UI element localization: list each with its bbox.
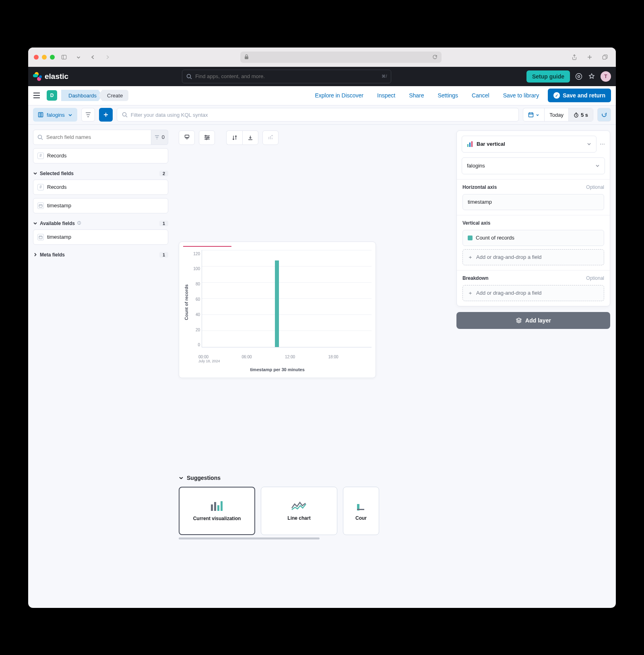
tool-settings-icon[interactable] xyxy=(199,130,215,145)
svg-point-5 xyxy=(576,73,582,79)
refresh-button[interactable] xyxy=(597,108,611,122)
share-icon[interactable] xyxy=(569,53,580,62)
inspect-link[interactable]: Inspect xyxy=(372,92,400,99)
global-search[interactable]: ⌘/ xyxy=(182,70,391,83)
reload-icon[interactable] xyxy=(432,54,438,60)
breadcrumb-create: Create xyxy=(98,90,128,101)
chart-plot[interactable] xyxy=(202,250,372,347)
breadcrumb-dashboards[interactable]: Dashboards xyxy=(61,90,102,101)
layers-icon xyxy=(516,317,522,324)
check-icon: ✓ xyxy=(553,92,560,99)
layer-dataview-select[interactable]: falogins xyxy=(462,157,605,174)
chart-icon xyxy=(357,501,365,510)
tool-sort-icon[interactable] xyxy=(226,130,242,145)
chevron-down-icon xyxy=(33,171,37,176)
vaxis-add-field[interactable]: ＋ Add or drag-and-drop a field xyxy=(462,249,604,265)
field-filter-count[interactable]: 0 xyxy=(151,130,168,145)
scrollbar[interactable] xyxy=(179,537,320,539)
search-icon xyxy=(186,74,192,79)
selected-fields-header[interactable]: Selected fields 2 xyxy=(33,171,168,176)
maximize-window-icon[interactable] xyxy=(50,55,55,60)
svg-point-16 xyxy=(207,137,208,138)
plus-icon: ＋ xyxy=(468,254,473,261)
yaxis-label: Count of records xyxy=(183,250,190,355)
today-label[interactable]: Today xyxy=(545,108,569,121)
back-icon[interactable] xyxy=(88,53,98,62)
save-and-return-label: Save and return xyxy=(563,92,605,99)
meta-fields-header[interactable]: Meta fields 1 xyxy=(33,252,168,258)
filter-icon xyxy=(155,135,159,139)
plus-icon: ＋ xyxy=(468,289,473,297)
add-layer-button[interactable]: Add layer xyxy=(456,312,610,329)
cancel-link[interactable]: Cancel xyxy=(467,92,494,99)
tabs-icon[interactable] xyxy=(600,53,610,62)
tool-download-icon[interactable] xyxy=(242,130,258,145)
field-item[interactable]: timestamp xyxy=(33,229,168,245)
chevron-right-icon xyxy=(33,252,37,257)
svg-rect-3 xyxy=(603,56,606,59)
field-records[interactable]: # Records xyxy=(33,148,168,163)
search-shortcut-label: ⌘/ xyxy=(382,74,387,79)
date-picker[interactable]: Today 5 s xyxy=(523,108,593,122)
global-search-input[interactable] xyxy=(195,73,378,79)
close-window-icon[interactable] xyxy=(34,55,39,60)
explore-link[interactable]: Explore in Discover xyxy=(310,92,368,99)
xaxis-date: July 18, 2024 xyxy=(183,359,372,363)
available-fields-header[interactable]: Available fields ⓘ 1 xyxy=(33,221,168,226)
svg-rect-14 xyxy=(185,135,189,138)
dataview-icon xyxy=(38,112,43,118)
field-search[interactable] xyxy=(33,130,151,145)
chevron-down-icon xyxy=(595,163,600,168)
suggestion-current[interactable]: Current visualization xyxy=(179,487,255,535)
add-filter-button[interactable] xyxy=(99,108,113,122)
chart-bar[interactable] xyxy=(275,260,279,347)
tool-brush-icon[interactable] xyxy=(179,130,195,145)
traffic-lights xyxy=(34,55,55,60)
vis-type-select[interactable]: Bar vertical xyxy=(462,136,597,153)
breakdown-add-field[interactable]: ＋ Add or drag-and-drop a field xyxy=(462,285,604,301)
vaxis-label: Vertical axis xyxy=(462,220,490,226)
elastic-logo[interactable]: elastic xyxy=(33,72,68,81)
dataview-selector[interactable]: falogins xyxy=(33,108,77,122)
user-avatar[interactable]: T xyxy=(601,71,611,82)
field-item[interactable]: timestamp xyxy=(33,198,168,213)
field-item[interactable]: # Records xyxy=(33,180,168,195)
suggestion-partial[interactable]: Cour xyxy=(343,487,379,535)
svg-rect-23 xyxy=(357,509,364,510)
sidebar-toggle-icon[interactable] xyxy=(59,53,69,62)
svg-rect-13 xyxy=(39,236,42,239)
brand-label: elastic xyxy=(45,72,68,81)
calendar-button[interactable] xyxy=(523,108,545,121)
menu-icon[interactable] xyxy=(33,93,43,98)
save-and-return-button[interactable]: ✓ Save and return xyxy=(548,89,611,102)
address-bar[interactable] xyxy=(240,52,442,63)
new-tab-icon[interactable] xyxy=(584,53,595,62)
suggestions-header[interactable]: Suggestions xyxy=(179,475,445,481)
chevron-down-icon[interactable] xyxy=(73,53,84,62)
news-icon[interactable] xyxy=(588,72,596,81)
filter-options-button[interactable] xyxy=(81,108,95,122)
refresh-interval[interactable]: 5 s xyxy=(569,108,593,121)
bar-chart-icon xyxy=(210,500,224,511)
fields-sidebar: 0 # Records Selected fields 2 # Records … xyxy=(28,125,173,608)
save-to-library-link[interactable]: Save to library xyxy=(498,92,544,99)
haxis-field[interactable]: timestamp xyxy=(462,194,604,210)
minimize-window-icon[interactable] xyxy=(42,55,47,60)
vaxis-field[interactable]: Count of records xyxy=(462,230,604,246)
suggestion-line[interactable]: Line chart xyxy=(261,487,337,535)
timer-icon xyxy=(574,112,579,118)
setup-guide-button[interactable]: Setup guide xyxy=(526,70,570,83)
svg-point-17 xyxy=(206,138,207,140)
share-link[interactable]: Share xyxy=(404,92,429,99)
space-avatar[interactable]: D xyxy=(47,90,57,101)
field-search-input[interactable] xyxy=(46,134,147,140)
number-icon: # xyxy=(37,184,44,190)
settings-link[interactable]: Settings xyxy=(433,92,463,99)
help-icon[interactable] xyxy=(575,72,583,81)
info-icon[interactable]: ⓘ xyxy=(77,221,81,226)
chart-card: Count of records 120 100 80 60 40 20 0 xyxy=(179,242,376,378)
forward-icon[interactable] xyxy=(102,53,113,62)
line-chart-icon xyxy=(291,501,307,510)
layer-menu-icon[interactable]: ⋯ xyxy=(600,141,605,147)
kql-input[interactable]: Filter your data using KQL syntax xyxy=(117,108,519,122)
